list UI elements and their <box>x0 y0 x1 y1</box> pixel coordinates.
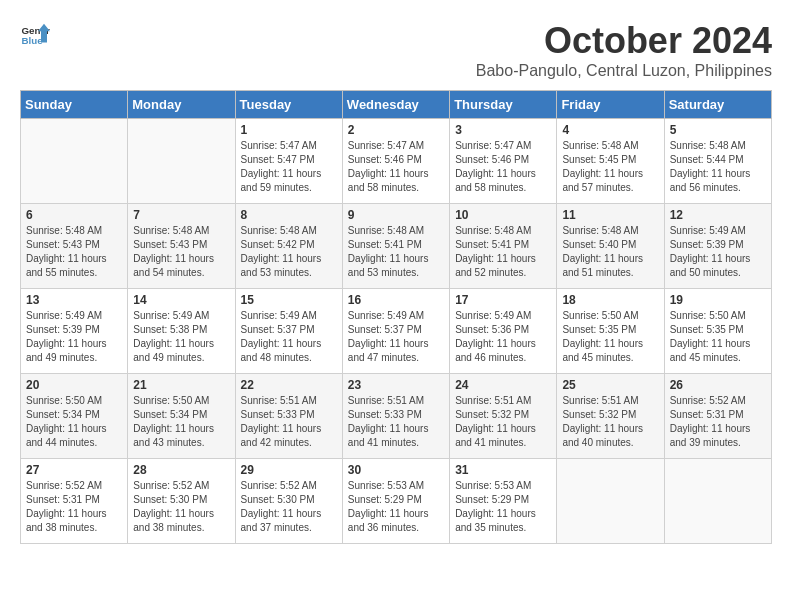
header: General Blue October 2024 Babo-Pangulo, … <box>20 20 772 80</box>
calendar-cell: 19Sunrise: 5:50 AM Sunset: 5:35 PM Dayli… <box>664 289 771 374</box>
calendar-cell: 17Sunrise: 5:49 AM Sunset: 5:36 PM Dayli… <box>450 289 557 374</box>
day-number: 27 <box>26 463 122 477</box>
cell-info: Sunrise: 5:48 AM Sunset: 5:45 PM Dayligh… <box>562 139 658 195</box>
cell-info: Sunrise: 5:52 AM Sunset: 5:31 PM Dayligh… <box>26 479 122 535</box>
day-number: 4 <box>562 123 658 137</box>
cell-info: Sunrise: 5:52 AM Sunset: 5:30 PM Dayligh… <box>241 479 337 535</box>
calendar-cell: 7Sunrise: 5:48 AM Sunset: 5:43 PM Daylig… <box>128 204 235 289</box>
day-number: 25 <box>562 378 658 392</box>
calendar-cell: 9Sunrise: 5:48 AM Sunset: 5:41 PM Daylig… <box>342 204 449 289</box>
cell-info: Sunrise: 5:51 AM Sunset: 5:33 PM Dayligh… <box>241 394 337 450</box>
calendar-cell: 28Sunrise: 5:52 AM Sunset: 5:30 PM Dayli… <box>128 459 235 544</box>
calendar-cell: 22Sunrise: 5:51 AM Sunset: 5:33 PM Dayli… <box>235 374 342 459</box>
calendar-cell: 12Sunrise: 5:49 AM Sunset: 5:39 PM Dayli… <box>664 204 771 289</box>
day-number: 2 <box>348 123 444 137</box>
calendar-cell: 30Sunrise: 5:53 AM Sunset: 5:29 PM Dayli… <box>342 459 449 544</box>
day-number: 19 <box>670 293 766 307</box>
week-row-3: 13Sunrise: 5:49 AM Sunset: 5:39 PM Dayli… <box>21 289 772 374</box>
cell-info: Sunrise: 5:48 AM Sunset: 5:43 PM Dayligh… <box>133 224 229 280</box>
cell-info: Sunrise: 5:52 AM Sunset: 5:31 PM Dayligh… <box>670 394 766 450</box>
cell-info: Sunrise: 5:51 AM Sunset: 5:32 PM Dayligh… <box>562 394 658 450</box>
week-row-5: 27Sunrise: 5:52 AM Sunset: 5:31 PM Dayli… <box>21 459 772 544</box>
day-number: 28 <box>133 463 229 477</box>
calendar-cell <box>664 459 771 544</box>
day-number: 21 <box>133 378 229 392</box>
calendar-cell: 20Sunrise: 5:50 AM Sunset: 5:34 PM Dayli… <box>21 374 128 459</box>
cell-info: Sunrise: 5:50 AM Sunset: 5:34 PM Dayligh… <box>26 394 122 450</box>
calendar-cell <box>128 119 235 204</box>
day-number: 11 <box>562 208 658 222</box>
calendar-cell: 8Sunrise: 5:48 AM Sunset: 5:42 PM Daylig… <box>235 204 342 289</box>
calendar-cell: 27Sunrise: 5:52 AM Sunset: 5:31 PM Dayli… <box>21 459 128 544</box>
day-header-monday: Monday <box>128 91 235 119</box>
week-row-4: 20Sunrise: 5:50 AM Sunset: 5:34 PM Dayli… <box>21 374 772 459</box>
calendar-cell: 26Sunrise: 5:52 AM Sunset: 5:31 PM Dayli… <box>664 374 771 459</box>
cell-info: Sunrise: 5:49 AM Sunset: 5:37 PM Dayligh… <box>241 309 337 365</box>
calendar-cell: 1Sunrise: 5:47 AM Sunset: 5:47 PM Daylig… <box>235 119 342 204</box>
day-number: 17 <box>455 293 551 307</box>
calendar-cell: 14Sunrise: 5:49 AM Sunset: 5:38 PM Dayli… <box>128 289 235 374</box>
cell-info: Sunrise: 5:48 AM Sunset: 5:41 PM Dayligh… <box>455 224 551 280</box>
day-number: 13 <box>26 293 122 307</box>
cell-info: Sunrise: 5:49 AM Sunset: 5:38 PM Dayligh… <box>133 309 229 365</box>
day-number: 7 <box>133 208 229 222</box>
week-row-1: 1Sunrise: 5:47 AM Sunset: 5:47 PM Daylig… <box>21 119 772 204</box>
calendar-cell: 10Sunrise: 5:48 AM Sunset: 5:41 PM Dayli… <box>450 204 557 289</box>
day-number: 10 <box>455 208 551 222</box>
cell-info: Sunrise: 5:48 AM Sunset: 5:44 PM Dayligh… <box>670 139 766 195</box>
cell-info: Sunrise: 5:51 AM Sunset: 5:32 PM Dayligh… <box>455 394 551 450</box>
calendar-cell <box>21 119 128 204</box>
day-header-thursday: Thursday <box>450 91 557 119</box>
calendar-cell: 23Sunrise: 5:51 AM Sunset: 5:33 PM Dayli… <box>342 374 449 459</box>
calendar-cell: 24Sunrise: 5:51 AM Sunset: 5:32 PM Dayli… <box>450 374 557 459</box>
cell-info: Sunrise: 5:48 AM Sunset: 5:41 PM Dayligh… <box>348 224 444 280</box>
cell-info: Sunrise: 5:49 AM Sunset: 5:39 PM Dayligh… <box>670 224 766 280</box>
days-header-row: SundayMondayTuesdayWednesdayThursdayFrid… <box>21 91 772 119</box>
cell-info: Sunrise: 5:47 AM Sunset: 5:46 PM Dayligh… <box>348 139 444 195</box>
cell-info: Sunrise: 5:53 AM Sunset: 5:29 PM Dayligh… <box>348 479 444 535</box>
day-header-tuesday: Tuesday <box>235 91 342 119</box>
day-number: 16 <box>348 293 444 307</box>
cell-info: Sunrise: 5:49 AM Sunset: 5:37 PM Dayligh… <box>348 309 444 365</box>
calendar-cell: 11Sunrise: 5:48 AM Sunset: 5:40 PM Dayli… <box>557 204 664 289</box>
day-number: 8 <box>241 208 337 222</box>
calendar-cell: 3Sunrise: 5:47 AM Sunset: 5:46 PM Daylig… <box>450 119 557 204</box>
day-number: 6 <box>26 208 122 222</box>
cell-info: Sunrise: 5:48 AM Sunset: 5:40 PM Dayligh… <box>562 224 658 280</box>
cell-info: Sunrise: 5:52 AM Sunset: 5:30 PM Dayligh… <box>133 479 229 535</box>
calendar-cell: 25Sunrise: 5:51 AM Sunset: 5:32 PM Dayli… <box>557 374 664 459</box>
day-number: 22 <box>241 378 337 392</box>
day-number: 29 <box>241 463 337 477</box>
calendar-cell <box>557 459 664 544</box>
cell-info: Sunrise: 5:49 AM Sunset: 5:36 PM Dayligh… <box>455 309 551 365</box>
calendar-cell: 21Sunrise: 5:50 AM Sunset: 5:34 PM Dayli… <box>128 374 235 459</box>
day-number: 23 <box>348 378 444 392</box>
calendar-cell: 4Sunrise: 5:48 AM Sunset: 5:45 PM Daylig… <box>557 119 664 204</box>
cell-info: Sunrise: 5:50 AM Sunset: 5:34 PM Dayligh… <box>133 394 229 450</box>
day-header-friday: Friday <box>557 91 664 119</box>
location-title: Babo-Pangulo, Central Luzon, Philippines <box>476 62 772 80</box>
day-number: 9 <box>348 208 444 222</box>
day-number: 3 <box>455 123 551 137</box>
day-number: 18 <box>562 293 658 307</box>
cell-info: Sunrise: 5:47 AM Sunset: 5:47 PM Dayligh… <box>241 139 337 195</box>
day-number: 15 <box>241 293 337 307</box>
day-number: 14 <box>133 293 229 307</box>
day-number: 30 <box>348 463 444 477</box>
calendar-cell: 2Sunrise: 5:47 AM Sunset: 5:46 PM Daylig… <box>342 119 449 204</box>
calendar-cell: 31Sunrise: 5:53 AM Sunset: 5:29 PM Dayli… <box>450 459 557 544</box>
day-number: 26 <box>670 378 766 392</box>
cell-info: Sunrise: 5:49 AM Sunset: 5:39 PM Dayligh… <box>26 309 122 365</box>
week-row-2: 6Sunrise: 5:48 AM Sunset: 5:43 PM Daylig… <box>21 204 772 289</box>
calendar-cell: 18Sunrise: 5:50 AM Sunset: 5:35 PM Dayli… <box>557 289 664 374</box>
cell-info: Sunrise: 5:50 AM Sunset: 5:35 PM Dayligh… <box>670 309 766 365</box>
cell-info: Sunrise: 5:47 AM Sunset: 5:46 PM Dayligh… <box>455 139 551 195</box>
calendar-cell: 29Sunrise: 5:52 AM Sunset: 5:30 PM Dayli… <box>235 459 342 544</box>
day-number: 1 <box>241 123 337 137</box>
day-number: 20 <box>26 378 122 392</box>
logo: General Blue <box>20 20 50 50</box>
calendar-cell: 16Sunrise: 5:49 AM Sunset: 5:37 PM Dayli… <box>342 289 449 374</box>
logo-icon: General Blue <box>20 20 50 50</box>
title-area: October 2024 Babo-Pangulo, Central Luzon… <box>476 20 772 80</box>
calendar-cell: 5Sunrise: 5:48 AM Sunset: 5:44 PM Daylig… <box>664 119 771 204</box>
